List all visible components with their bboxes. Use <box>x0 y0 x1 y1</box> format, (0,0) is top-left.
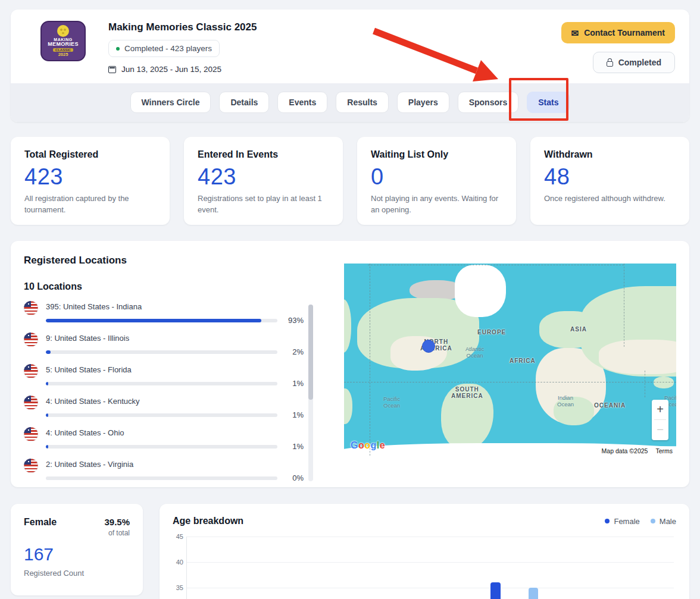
locations-heading: Registered Locations <box>24 255 313 266</box>
scrollbar-thumb[interactable] <box>308 305 313 400</box>
location-marker[interactable] <box>422 340 435 353</box>
zoom-in-button[interactable]: + <box>652 400 668 419</box>
location-row: 4: United States - Ohio 1% <box>24 427 304 451</box>
female-legend-dot-icon <box>605 519 610 523</box>
location-progress-track <box>46 445 277 449</box>
envelope-icon: ✉ <box>571 29 579 37</box>
tab-players[interactable]: Players <box>397 92 449 113</box>
map-label-asia: ASIA <box>570 326 587 333</box>
y-axis-tick: 40 <box>173 559 183 566</box>
location-label: 4: United States - Kentucky <box>46 397 304 406</box>
location-label: 395: United States - Indiana <box>46 302 304 311</box>
us-flag-icon <box>24 364 38 378</box>
stat-card-waiting-list: Waiting List Only 0 Not playing in any e… <box>357 137 516 225</box>
location-percent: 2% <box>285 347 304 356</box>
stat-card-total-registered: Total Registered 423 All registration ca… <box>11 137 170 225</box>
legend-item-female[interactable]: Female <box>605 517 639 526</box>
map-zoom-control: + − <box>652 400 668 440</box>
map-boundary-line <box>344 382 676 382</box>
locations-scrollbar[interactable] <box>308 305 313 481</box>
registered-locations-panel: Registered Locations 10 Locations 395: U… <box>11 241 689 487</box>
completed-button[interactable]: Completed <box>593 52 675 73</box>
page-title: Making Memories Classic 2025 <box>108 21 257 33</box>
location-label: 2: United States - Virginia <box>46 460 304 469</box>
tab-events[interactable]: Events <box>277 92 327 113</box>
google-logo[interactable]: Google <box>351 440 385 451</box>
demographics-row: Female 39.5% of total 167 Registered Cou… <box>11 504 689 599</box>
age-chart-title: Age breakdown <box>173 516 243 526</box>
tab-sponsors[interactable]: Sponsors <box>458 92 519 113</box>
y-axis-tick: 45 <box>173 533 183 540</box>
locations-list: 395: United States - Indiana 93% 9: Unit… <box>24 301 313 482</box>
dates-label: Jun 13, 2025 - Jun 15, 2025 <box>121 65 221 74</box>
male-bar <box>529 588 538 599</box>
location-label: 4: United States - Ohio <box>46 428 304 437</box>
us-flag-icon <box>24 459 38 473</box>
us-flag-icon <box>24 333 38 347</box>
chart-legend: Female Male <box>605 517 676 526</box>
tab-results[interactable]: Results <box>336 92 389 113</box>
map-terms-link[interactable]: Terms <box>652 446 676 456</box>
zoom-out-button[interactable]: − <box>652 420 668 440</box>
gridline <box>186 562 674 563</box>
location-progress-track <box>46 382 277 385</box>
gender-count: 167 <box>24 544 130 564</box>
gender-title: Female <box>24 517 57 528</box>
location-progress-fill <box>46 382 48 385</box>
location-row: 2: United States - Virginia 0% <box>24 459 304 482</box>
map-label-atlantic-ocean: Atlantic Ocean <box>465 346 484 359</box>
stat-value: 423 <box>198 164 329 190</box>
location-row: 395: United States - Indiana 93% <box>24 301 304 325</box>
location-progress-track <box>46 413 277 417</box>
tab-winners-circle[interactable]: Winners Circle <box>130 92 211 113</box>
status-badge: Completed - 423 players <box>108 40 220 57</box>
legend-item-male[interactable]: Male <box>651 517 676 526</box>
location-percent: 93% <box>285 316 304 325</box>
map-boundary-line <box>370 264 370 456</box>
status-dot-icon <box>116 47 120 51</box>
y-axis-tick: 35 <box>173 584 183 591</box>
calendar-icon <box>108 66 116 73</box>
pickleball-icon <box>57 25 69 37</box>
stat-title: Withdrawn <box>544 149 676 160</box>
stat-card-withdrawn: Withdrawn 48 Once registered although wi… <box>530 137 689 225</box>
map-land-edge <box>344 388 352 424</box>
location-label: 5: United States - Florida <box>46 365 304 374</box>
map-boundary-line <box>368 265 624 265</box>
map-label-indian-ocean: Indian Ocean <box>557 394 574 407</box>
contact-tournament-button[interactable]: ✉ Contact Tournament <box>561 22 675 43</box>
logo-text: MEMORIES <box>48 42 78 47</box>
gridline <box>186 537 674 537</box>
female-stat-card: Female 39.5% of total 167 Registered Cou… <box>11 504 143 595</box>
location-row: 5: United States - Florida 1% <box>24 364 304 388</box>
registered-locations-map[interactable]: NORTH AMERICA SOUTH AMERICA EUROPE ASIA … <box>344 264 676 456</box>
us-flag-icon <box>24 396 38 410</box>
map-label-oceania: OCEANIA <box>594 402 626 409</box>
location-label: 9: United States - Illinois <box>46 334 304 343</box>
map-boundary-line <box>624 264 624 347</box>
map-label-pacific-ocean: Pacific Ocean <box>383 396 400 409</box>
tournament-header-card: MAKING MEMORIES CLASSIC 2025 Making Memo… <box>11 10 689 122</box>
map-boundary-line <box>645 371 645 397</box>
female-bar <box>490 582 501 599</box>
tab-details[interactable]: Details <box>219 92 269 113</box>
location-percent: 1% <box>285 410 304 419</box>
location-progress-fill <box>46 413 48 417</box>
location-percent: 0% <box>285 473 304 482</box>
stat-title: Entered In Events <box>198 149 329 160</box>
location-progress-fill <box>46 350 51 354</box>
tournament-dates: Jun 13, 2025 - Jun 15, 2025 <box>108 65 257 74</box>
stat-description: Registrations set to play in at least 1 … <box>198 193 329 216</box>
location-progress-track <box>46 476 277 480</box>
tab-stats[interactable]: Stats <box>527 92 570 113</box>
map-label-south-america: SOUTH AMERICA <box>451 386 483 399</box>
location-row: 9: United States - Illinois 2% <box>24 333 304 356</box>
tournament-logo: MAKING MEMORIES CLASSIC 2025 <box>40 21 86 61</box>
us-flag-icon <box>24 301 38 315</box>
tab-bar: Winners Circle Details Events Results Pl… <box>11 83 689 122</box>
location-progress-track <box>46 350 277 354</box>
male-legend-dot-icon <box>651 519 655 523</box>
stat-value: 423 <box>24 164 156 190</box>
logo-year: 2025 <box>58 52 68 57</box>
location-progress-fill <box>46 445 48 449</box>
